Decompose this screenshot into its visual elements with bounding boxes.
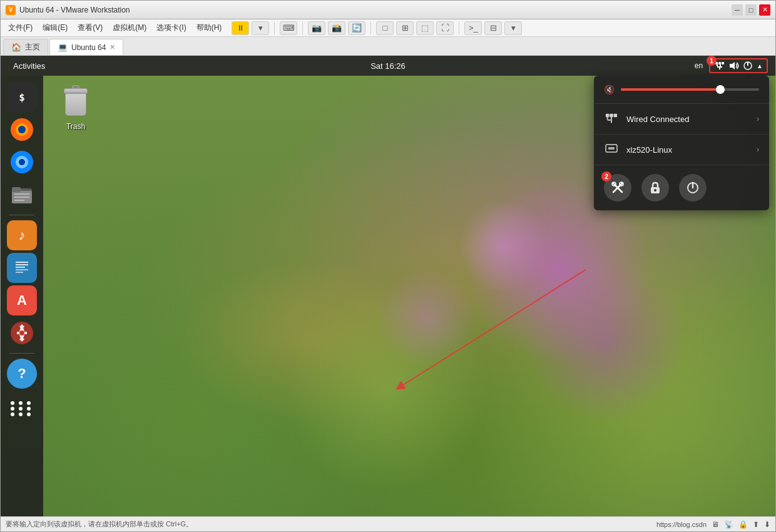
network-item[interactable]: Wired Connected › [594, 104, 769, 135]
ubuntu-desktop[interactable]: Activities Sat 16:26 en 1 [1, 56, 775, 531]
status-icon-monitor: 🖥 [712, 520, 719, 529]
svg-marker-7 [730, 62, 735, 69]
settings-dropdown[interactable]: ▾ [504, 21, 522, 35]
ubuntu-tab-label: Ubuntu 64 [71, 43, 106, 52]
svg-rect-22 [13, 258, 31, 279]
console[interactable]: >_ [464, 21, 482, 35]
vpn-item[interactable]: xlz520-Linux › [594, 135, 769, 165]
trash-label: Trash [66, 122, 85, 131]
ubuntu-tab[interactable]: 💻 Ubuntu 64 ✕ [49, 39, 123, 55]
fit-window[interactable]: □ [376, 21, 394, 35]
home-tab-label: 主页 [25, 42, 40, 53]
network-label: Wired Connected [626, 115, 749, 124]
language-indicator[interactable]: en [692, 61, 705, 70]
svg-rect-19 [14, 193, 29, 195]
tray-highlight-area[interactable]: 1 [709, 58, 768, 73]
svg-rect-20 [14, 197, 29, 198]
minimize-button[interactable]: ─ [732, 4, 743, 16]
vpn-label: xlz520-Linux [626, 145, 749, 155]
svg-rect-3 [717, 64, 718, 66]
system-menu-arrow [744, 73, 754, 78]
settings2[interactable]: ⊟ [484, 21, 502, 35]
svg-rect-6 [719, 68, 720, 69]
unity[interactable]: ⬚ [416, 21, 434, 35]
toolbar-separator3 [370, 22, 371, 34]
ubuntu-tab-close[interactable]: ✕ [110, 43, 115, 51]
vpn-arrow: › [757, 145, 759, 154]
dock-firefox[interactable] [7, 115, 37, 145]
menu-tabs[interactable]: 选项卡(I) [151, 20, 191, 36]
svg-rect-36 [611, 121, 612, 123]
menu-view[interactable]: 查看(V) [73, 20, 108, 36]
dock-separator [9, 215, 34, 215]
tray-dropdown-arrow[interactable]: ▲ [757, 63, 763, 69]
settings-action-button[interactable]: 2 [604, 174, 631, 202]
ubuntu-icon: 💻 [58, 43, 68, 52]
svg-rect-31 [610, 114, 613, 117]
vmware-window: V Ubuntu 64 - VMware Workstation ─ □ ✕ 文… [0, 0, 776, 532]
svg-rect-21 [14, 200, 24, 201]
snapshot1[interactable]: 📷 [308, 21, 325, 35]
close-button[interactable]: ✕ [759, 4, 770, 16]
snapshot3[interactable]: 🔄 [348, 21, 365, 35]
home-tab[interactable]: 🏠 主页 [3, 39, 48, 55]
system-menu-popup: 🔇 [594, 76, 769, 210]
power-action-button[interactable] [679, 174, 707, 202]
menu-bar: 文件(F) 编辑(E) 查看(V) 虚拟机(M) 选项卡(I) 帮助(H) ⏸ … [1, 19, 775, 37]
status-icon-down: ⬇ [764, 520, 770, 529]
svg-point-12 [18, 126, 26, 133]
menu-file[interactable]: 文件(F) [3, 20, 38, 36]
svg-point-44 [654, 189, 656, 192]
lock-action-button[interactable] [641, 174, 669, 202]
dock-separator2 [9, 353, 34, 354]
svg-rect-1 [718, 62, 721, 64]
action-badge: 2 [601, 171, 611, 182]
activities-button[interactable]: Activities [8, 61, 50, 71]
svg-rect-34 [611, 117, 612, 120]
desktop-icons: Trash [51, 81, 101, 135]
dock-writer[interactable] [7, 253, 37, 283]
menu-edit[interactable]: 编辑(E) [38, 20, 73, 36]
status-url: https://blog.csdn [656, 521, 707, 528]
power-tray-icon [743, 61, 753, 71]
svg-rect-4 [720, 64, 721, 66]
network-arrow: › [757, 115, 759, 123]
show-apps-button[interactable] [7, 394, 37, 424]
pause-button[interactable]: ⏸ [232, 21, 249, 35]
toolbar-dropdown[interactable]: ▾ [252, 21, 269, 35]
system-actions-row: 2 [594, 165, 769, 210]
dock-music[interactable]: ♪ [7, 220, 37, 250]
trash-icon[interactable]: Trash [51, 81, 101, 135]
svg-rect-26 [16, 269, 28, 270]
trash-body [65, 93, 86, 116]
maximize-button[interactable]: □ [745, 4, 757, 16]
fullscreen[interactable]: ⛶ [436, 21, 454, 35]
toolbar-separator2 [302, 22, 303, 34]
vmware-icon: V [6, 5, 16, 15]
network-icon [604, 111, 619, 126]
send-ctrl-alt-del[interactable]: ⌨ [280, 21, 297, 35]
dock-terminal[interactable]: $ [7, 82, 37, 112]
dock-settings[interactable] [7, 318, 37, 348]
dock-help[interactable]: ? [7, 359, 37, 389]
volume-icon: 🔇 [604, 84, 615, 95]
status-message: 要将输入定向到该虚拟机，请在虚拟机内部单击或按 Ctrl+G。 [6, 519, 656, 529]
menu-vm[interactable]: 虚拟机(M) [108, 20, 151, 36]
dock-font[interactable]: A [7, 285, 37, 315]
snapshot2[interactable]: 📸 [328, 21, 345, 35]
svg-rect-27 [16, 272, 23, 273]
dock-files[interactable] [7, 180, 37, 210]
fit-guest[interactable]: ⊞ [396, 21, 414, 35]
window-title: Ubuntu 64 - VMware Workstation [19, 6, 728, 14]
menu-help[interactable]: 帮助(H) [191, 20, 227, 36]
volume-row: 🔇 [594, 76, 769, 104]
svg-rect-5 [717, 66, 722, 68]
svg-rect-33 [607, 117, 608, 120]
volume-slider[interactable] [621, 88, 759, 91]
dock-thunderbird[interactable] [7, 147, 37, 177]
gnome-top-bar: Activities Sat 16:26 en 1 [1, 56, 775, 76]
svg-rect-32 [614, 114, 617, 117]
title-bar: V Ubuntu 64 - VMware Workstation ─ □ ✕ [1, 1, 775, 19]
trash-image [61, 84, 91, 120]
vpn-icon [604, 142, 619, 157]
